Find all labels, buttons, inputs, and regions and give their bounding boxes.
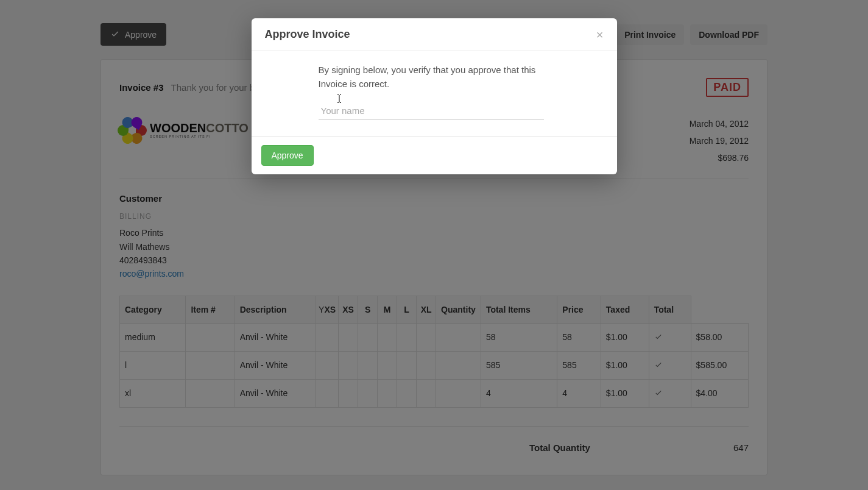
approve-invoice-modal: Approve Invoice × By signing below, you … — [252, 18, 617, 174]
modal-footer: Approve — [252, 136, 617, 174]
modal-body: By signing below, you verify that you ap… — [252, 51, 617, 136]
signature-input[interactable] — [319, 102, 544, 120]
modal-backdrop[interactable]: Approve Invoice × By signing below, you … — [0, 0, 868, 490]
close-icon[interactable]: × — [596, 29, 604, 41]
modal-title: Approve Invoice — [265, 28, 350, 41]
modal-header: Approve Invoice × — [252, 18, 617, 51]
approve-button[interactable]: Approve — [261, 145, 314, 166]
modal-message: By signing below, you verify that you ap… — [319, 63, 538, 91]
